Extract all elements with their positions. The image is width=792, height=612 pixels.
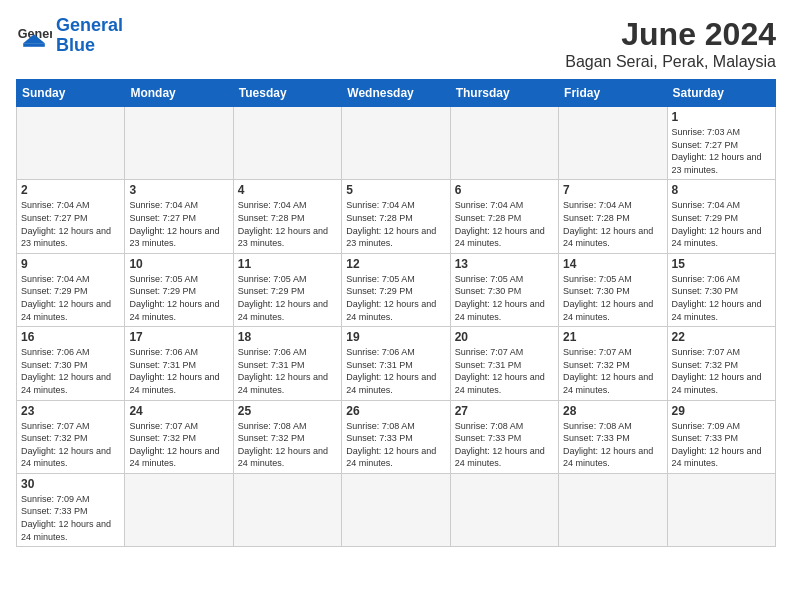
day-26: 26 Sunrise: 7:08 AMSunset: 7:33 PMDaylig… <box>342 400 450 473</box>
day-15: 15 Sunrise: 7:06 AMSunset: 7:30 PMDaylig… <box>667 253 775 326</box>
empty-cell <box>125 473 233 546</box>
day-27: 27 Sunrise: 7:08 AMSunset: 7:33 PMDaylig… <box>450 400 558 473</box>
day-10: 10 Sunrise: 7:05 AMSunset: 7:29 PMDaylig… <box>125 253 233 326</box>
day-2: 2 Sunrise: 7:04 AMSunset: 7:27 PMDayligh… <box>17 180 125 253</box>
day-28: 28 Sunrise: 7:08 AMSunset: 7:33 PMDaylig… <box>559 400 667 473</box>
day-info: Sunrise: 7:03 AMSunset: 7:27 PMDaylight:… <box>672 126 771 176</box>
table-row: 16 Sunrise: 7:06 AMSunset: 7:30 PMDaylig… <box>17 327 776 400</box>
day-25: 25 Sunrise: 7:08 AMSunset: 7:32 PMDaylig… <box>233 400 341 473</box>
table-row: 23 Sunrise: 7:07 AMSunset: 7:32 PMDaylig… <box>17 400 776 473</box>
logo: General General Blue <box>16 16 123 56</box>
empty-cell <box>667 473 775 546</box>
table-row: 1 Sunrise: 7:03 AMSunset: 7:27 PMDayligh… <box>17 107 776 180</box>
empty-cell <box>450 473 558 546</box>
day-7: 7 Sunrise: 7:04 AMSunset: 7:28 PMDayligh… <box>559 180 667 253</box>
calendar-table: Sunday Monday Tuesday Wednesday Thursday… <box>16 79 776 547</box>
day-1: 1 Sunrise: 7:03 AMSunset: 7:27 PMDayligh… <box>667 107 775 180</box>
day-18: 18 Sunrise: 7:06 AMSunset: 7:31 PMDaylig… <box>233 327 341 400</box>
empty-cell <box>125 107 233 180</box>
day-29: 29 Sunrise: 7:09 AMSunset: 7:33 PMDaylig… <box>667 400 775 473</box>
page-header: General General Blue June 2024 Bagan Ser… <box>16 16 776 71</box>
header-saturday: Saturday <box>667 80 775 107</box>
day-number: 1 <box>672 110 771 124</box>
empty-cell <box>342 473 450 546</box>
header-friday: Friday <box>559 80 667 107</box>
day-24: 24 Sunrise: 7:07 AMSunset: 7:32 PMDaylig… <box>125 400 233 473</box>
day-13: 13 Sunrise: 7:05 AMSunset: 7:30 PMDaylig… <box>450 253 558 326</box>
day-5: 5 Sunrise: 7:04 AMSunset: 7:28 PMDayligh… <box>342 180 450 253</box>
day-23: 23 Sunrise: 7:07 AMSunset: 7:32 PMDaylig… <box>17 400 125 473</box>
logo-icon: General <box>16 18 52 54</box>
day-3: 3 Sunrise: 7:04 AMSunset: 7:27 PMDayligh… <box>125 180 233 253</box>
day-6: 6 Sunrise: 7:04 AMSunset: 7:28 PMDayligh… <box>450 180 558 253</box>
empty-cell <box>559 107 667 180</box>
header-thursday: Thursday <box>450 80 558 107</box>
header-monday: Monday <box>125 80 233 107</box>
day-17: 17 Sunrise: 7:06 AMSunset: 7:31 PMDaylig… <box>125 327 233 400</box>
logo-blue: Blue <box>56 36 123 56</box>
header-tuesday: Tuesday <box>233 80 341 107</box>
logo-text: General Blue <box>56 16 123 56</box>
empty-cell <box>342 107 450 180</box>
day-12: 12 Sunrise: 7:05 AMSunset: 7:29 PMDaylig… <box>342 253 450 326</box>
calendar-subtitle: Bagan Serai, Perak, Malaysia <box>565 53 776 71</box>
day-19: 19 Sunrise: 7:06 AMSunset: 7:31 PMDaylig… <box>342 327 450 400</box>
table-row: 30 Sunrise: 7:09 AMSunset: 7:33 PMDaylig… <box>17 473 776 546</box>
day-9: 9 Sunrise: 7:04 AMSunset: 7:29 PMDayligh… <box>17 253 125 326</box>
logo-general: General <box>56 15 123 35</box>
empty-cell <box>450 107 558 180</box>
header-wednesday: Wednesday <box>342 80 450 107</box>
empty-cell <box>233 107 341 180</box>
day-11: 11 Sunrise: 7:05 AMSunset: 7:29 PMDaylig… <box>233 253 341 326</box>
day-16: 16 Sunrise: 7:06 AMSunset: 7:30 PMDaylig… <box>17 327 125 400</box>
day-8: 8 Sunrise: 7:04 AMSunset: 7:29 PMDayligh… <box>667 180 775 253</box>
empty-cell <box>559 473 667 546</box>
day-4: 4 Sunrise: 7:04 AMSunset: 7:28 PMDayligh… <box>233 180 341 253</box>
table-row: 2 Sunrise: 7:04 AMSunset: 7:27 PMDayligh… <box>17 180 776 253</box>
weekday-header-row: Sunday Monday Tuesday Wednesday Thursday… <box>17 80 776 107</box>
empty-cell <box>233 473 341 546</box>
day-21: 21 Sunrise: 7:07 AMSunset: 7:32 PMDaylig… <box>559 327 667 400</box>
day-22: 22 Sunrise: 7:07 AMSunset: 7:32 PMDaylig… <box>667 327 775 400</box>
day-30: 30 Sunrise: 7:09 AMSunset: 7:33 PMDaylig… <box>17 473 125 546</box>
header-sunday: Sunday <box>17 80 125 107</box>
table-row: 9 Sunrise: 7:04 AMSunset: 7:29 PMDayligh… <box>17 253 776 326</box>
day-14: 14 Sunrise: 7:05 AMSunset: 7:30 PMDaylig… <box>559 253 667 326</box>
svg-rect-2 <box>23 43 45 47</box>
calendar-title: June 2024 <box>565 16 776 53</box>
title-area: June 2024 Bagan Serai, Perak, Malaysia <box>565 16 776 71</box>
empty-cell <box>17 107 125 180</box>
day-20: 20 Sunrise: 7:07 AMSunset: 7:31 PMDaylig… <box>450 327 558 400</box>
